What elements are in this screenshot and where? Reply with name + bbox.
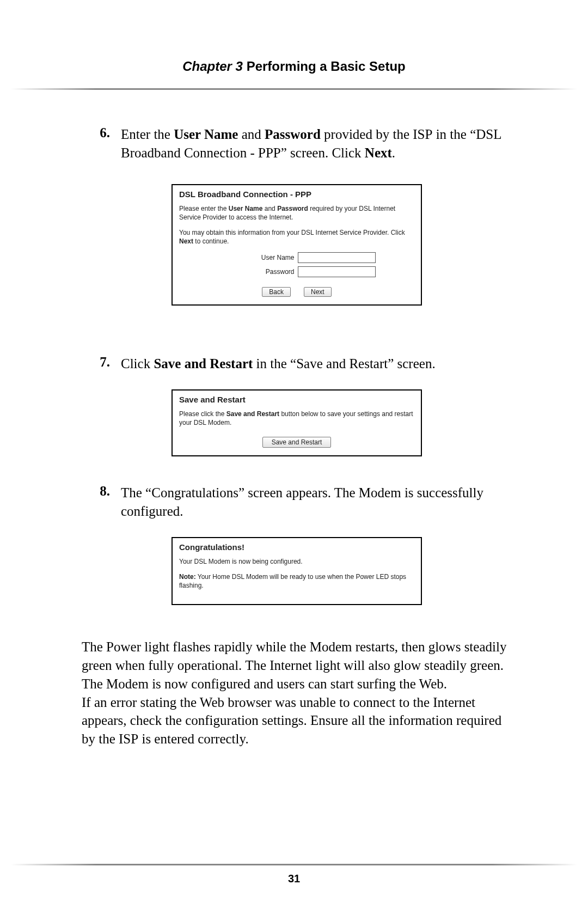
congratulations-dialog: Congratulations! Your DSL Modem is now b…: [171, 537, 422, 606]
dialog-text-1: Your DSL Modem is now being configured.: [179, 557, 414, 566]
para-b-post: is entered correctly.: [138, 731, 248, 746]
t: to continue.: [193, 237, 229, 245]
chapter-label: Chapter 3: [182, 59, 243, 74]
step-text: Click Save and Restart in the “Save and …: [121, 355, 512, 373]
t: in the “Save and Restart” screen.: [253, 356, 435, 371]
t: Please enter the: [179, 205, 229, 212]
step-6: 6. Enter the User Name and Password prov…: [82, 125, 512, 162]
body-paragraphs: The Power light flashes rapidly while th…: [82, 638, 512, 748]
dialog-text-2: Note: Your Home DSL Modem will be ready …: [179, 572, 414, 590]
t: ISP: [413, 127, 432, 142]
dialog-buttons: Back Next: [179, 287, 414, 297]
step-8: 8. The “Congratulations” screen appears.…: [82, 484, 512, 521]
dialog-text: Please click the Save and Restart button…: [179, 410, 414, 427]
screenshot2-wrap: Save and Restart Please click the Save a…: [82, 389, 512, 456]
next-button[interactable]: Next: [304, 287, 332, 297]
t: and: [262, 205, 277, 212]
t: Enter the: [121, 127, 174, 142]
dialog-title: Congratulations!: [179, 542, 414, 552]
t: User Name: [229, 205, 263, 212]
t: DSL: [476, 127, 501, 142]
top-divider: [11, 88, 577, 90]
t: ” screen. Click: [281, 145, 365, 160]
t: Password: [265, 127, 321, 142]
dialog-buttons: Save and Restart: [179, 437, 414, 448]
t: Your Home DSL Modem will be ready to use…: [179, 573, 406, 589]
t: Save and Restart: [154, 356, 253, 371]
step-number: 6.: [82, 125, 121, 141]
bottom-divider: [11, 864, 577, 865]
password-row: Password: [179, 266, 414, 277]
t: You may obtain this information from you…: [179, 229, 405, 236]
t: Please click the: [179, 410, 226, 418]
chapter-title: Performing a Basic Setup: [243, 59, 406, 74]
t: Next: [365, 145, 392, 160]
t: Next: [179, 237, 193, 245]
dialog-title: DSL Broadband Connection - PPP: [179, 190, 414, 199]
step-text: Enter the User Name and Password provide…: [121, 125, 512, 162]
username-row: User Name: [179, 252, 414, 263]
para-a: The Power light flashes rapidly while th…: [82, 639, 506, 691]
save-restart-dialog: Save and Restart Please click the Save a…: [171, 389, 422, 456]
dsl-connection-dialog: DSL Broadband Connection - PPP Please en…: [171, 184, 422, 306]
t: PPP: [258, 145, 281, 160]
password-label: Password: [218, 268, 298, 276]
step-text: The “Congratulations” screen appears. Th…: [121, 484, 512, 521]
step-7: 7. Click Save and Restart in the “Save a…: [82, 355, 512, 373]
para-b-isp: ISP: [119, 731, 138, 746]
t: Save and Restart: [226, 410, 279, 418]
screenshot1-wrap: DSL Broadband Connection - PPP Please en…: [82, 184, 512, 306]
screenshot3-wrap: Congratulations! Your DSL Modem is now b…: [82, 537, 512, 606]
t: Password: [277, 205, 308, 212]
password-input[interactable]: [298, 266, 376, 277]
username-label: User Name: [218, 254, 298, 261]
t: Broadband Connection -: [121, 145, 258, 160]
t: Note:: [179, 573, 196, 581]
chapter-header: Chapter 3 Performing a Basic Setup: [0, 59, 588, 74]
t: User Name: [174, 127, 238, 142]
t: and: [238, 127, 265, 142]
dialog-title: Save and Restart: [179, 395, 414, 404]
t: in the “: [432, 127, 476, 142]
step-number: 7.: [82, 355, 121, 370]
dialog-text-1: Please enter the User Name and Password …: [179, 204, 414, 222]
page-number: 31: [0, 873, 588, 885]
t: Click: [121, 356, 154, 371]
page: Chapter 3 Performing a Basic Setup 6. En…: [0, 0, 588, 909]
t: .: [392, 145, 395, 160]
step-number: 8.: [82, 484, 121, 499]
username-input[interactable]: [298, 252, 376, 263]
t: provided by the: [321, 127, 413, 142]
content-area: 6. Enter the User Name and Password prov…: [82, 125, 512, 748]
dialog-text-2: You may obtain this information from you…: [179, 228, 414, 246]
save-and-restart-button[interactable]: Save and Restart: [262, 437, 332, 448]
back-button[interactable]: Back: [262, 287, 291, 297]
